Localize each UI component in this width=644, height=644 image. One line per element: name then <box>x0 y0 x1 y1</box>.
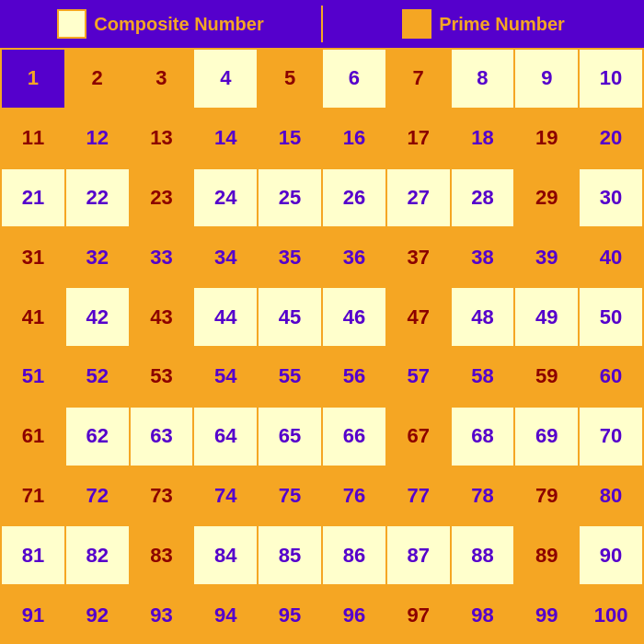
number-cell-21: 21 <box>2 169 66 229</box>
number-cell-8: 8 <box>452 50 516 109</box>
number-cell-99: 99 <box>515 586 580 644</box>
number-cell-7: 7 <box>387 50 452 109</box>
number-cell-3: 3 <box>131 50 195 109</box>
number-cell-68: 68 <box>452 408 516 467</box>
number-cell-65: 65 <box>259 408 323 467</box>
number-cell-41: 41 <box>2 288 66 348</box>
number-cell-84: 84 <box>194 526 259 586</box>
number-cell-83: 83 <box>131 526 195 586</box>
number-cell-66: 66 <box>323 408 387 467</box>
number-cell-55: 55 <box>259 348 323 408</box>
number-cell-56: 56 <box>323 348 387 408</box>
number-cell-46: 46 <box>323 288 387 348</box>
number-cell-85: 85 <box>259 526 323 586</box>
number-cell-88: 88 <box>452 526 516 586</box>
number-cell-29: 29 <box>515 169 580 229</box>
number-cell-22: 22 <box>66 169 131 229</box>
number-cell-82: 82 <box>66 526 131 586</box>
number-cell-1: 1 <box>2 50 66 109</box>
number-cell-92: 92 <box>66 586 131 644</box>
number-cell-14: 14 <box>194 109 259 169</box>
number-cell-44: 44 <box>194 288 259 348</box>
composite-legend-item: Composite Number <box>0 9 321 39</box>
number-cell-25: 25 <box>259 169 323 229</box>
number-cell-75: 75 <box>259 467 323 527</box>
number-cell-5: 5 <box>259 50 323 109</box>
number-cell-36: 36 <box>323 228 387 288</box>
number-cell-28: 28 <box>452 169 516 229</box>
number-cell-93: 93 <box>131 586 195 644</box>
number-cell-62: 62 <box>66 408 131 467</box>
number-cell-86: 86 <box>323 526 387 586</box>
number-cell-4: 4 <box>194 50 259 109</box>
number-cell-11: 11 <box>2 109 66 169</box>
number-cell-100: 100 <box>580 586 644 644</box>
number-cell-74: 74 <box>194 467 259 527</box>
number-cell-57: 57 <box>387 348 452 408</box>
prime-legend-box <box>402 9 431 39</box>
number-cell-30: 30 <box>580 169 644 229</box>
number-cell-70: 70 <box>580 408 644 467</box>
number-cell-90: 90 <box>580 526 644 586</box>
number-cell-64: 64 <box>194 408 259 467</box>
number-cell-12: 12 <box>66 109 131 169</box>
number-cell-49: 49 <box>515 288 580 348</box>
prime-legend-item: Prime Number <box>323 9 644 39</box>
number-cell-16: 16 <box>323 109 387 169</box>
number-cell-43: 43 <box>131 288 195 348</box>
number-cell-37: 37 <box>387 228 452 288</box>
number-grid: 1234567891011121314151617181920212223242… <box>0 48 644 644</box>
number-cell-40: 40 <box>580 228 644 288</box>
number-cell-6: 6 <box>323 50 387 109</box>
number-cell-69: 69 <box>515 408 580 467</box>
number-cell-31: 31 <box>2 228 66 288</box>
composite-legend-label: Composite Number <box>94 14 263 35</box>
number-cell-58: 58 <box>452 348 516 408</box>
number-cell-73: 73 <box>131 467 195 527</box>
number-cell-10: 10 <box>580 50 644 109</box>
number-cell-67: 67 <box>387 408 452 467</box>
number-cell-27: 27 <box>387 169 452 229</box>
number-cell-38: 38 <box>452 228 516 288</box>
number-cell-94: 94 <box>194 586 259 644</box>
number-cell-15: 15 <box>259 109 323 169</box>
prime-legend-label: Prime Number <box>439 14 565 35</box>
number-cell-63: 63 <box>131 408 195 467</box>
number-cell-2: 2 <box>66 50 131 109</box>
number-cell-81: 81 <box>2 526 66 586</box>
number-cell-18: 18 <box>452 109 516 169</box>
number-cell-47: 47 <box>387 288 452 348</box>
number-cell-51: 51 <box>2 348 66 408</box>
number-cell-52: 52 <box>66 348 131 408</box>
number-cell-78: 78 <box>452 467 516 527</box>
number-cell-72: 72 <box>66 467 131 527</box>
number-cell-35: 35 <box>259 228 323 288</box>
number-cell-79: 79 <box>515 467 580 527</box>
number-cell-33: 33 <box>131 228 195 288</box>
composite-legend-box <box>57 9 86 39</box>
number-cell-96: 96 <box>323 586 387 644</box>
number-cell-24: 24 <box>194 169 259 229</box>
number-cell-89: 89 <box>515 526 580 586</box>
number-cell-17: 17 <box>387 109 452 169</box>
number-cell-76: 76 <box>323 467 387 527</box>
number-cell-32: 32 <box>66 228 131 288</box>
number-cell-98: 98 <box>452 586 516 644</box>
number-cell-23: 23 <box>131 169 195 229</box>
number-cell-45: 45 <box>259 288 323 348</box>
number-cell-54: 54 <box>194 348 259 408</box>
legend: Composite Number Prime Number <box>0 0 644 48</box>
number-cell-97: 97 <box>387 586 452 644</box>
number-cell-20: 20 <box>580 109 644 169</box>
number-cell-71: 71 <box>2 467 66 527</box>
number-cell-87: 87 <box>387 526 452 586</box>
number-cell-61: 61 <box>2 408 66 467</box>
number-cell-95: 95 <box>259 586 323 644</box>
number-cell-48: 48 <box>452 288 516 348</box>
number-cell-50: 50 <box>580 288 644 348</box>
number-cell-13: 13 <box>131 109 195 169</box>
number-cell-26: 26 <box>323 169 387 229</box>
number-cell-42: 42 <box>66 288 131 348</box>
number-cell-39: 39 <box>515 228 580 288</box>
number-cell-60: 60 <box>580 348 644 408</box>
